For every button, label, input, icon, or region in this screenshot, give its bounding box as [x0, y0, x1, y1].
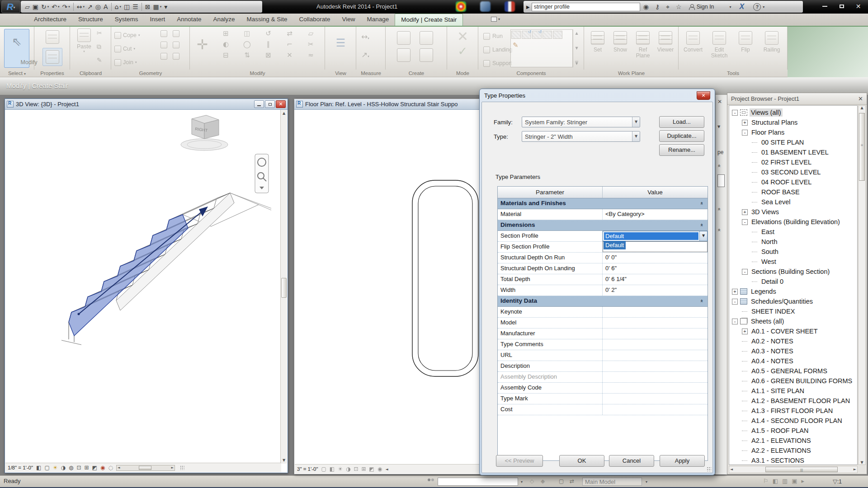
tree-expander[interactable] — [752, 189, 758, 195]
crop-view-icon[interactable]: ⊡ — [77, 465, 81, 471]
section-profile-combobox[interactable]: Default▼ — [603, 231, 708, 241]
sun-path-icon[interactable]: ☀ — [338, 466, 343, 472]
palette-close-icon[interactable]: ✕ — [717, 99, 722, 105]
tool-button[interactable]: Convert — [683, 31, 703, 53]
tree-item[interactable]: + Legends — [729, 286, 857, 296]
geometry-button[interactable]: Cut ▾ — [114, 44, 135, 54]
selection-filter[interactable]: ▽:1 — [833, 478, 842, 485]
trim-icon[interactable]: ⌐ — [281, 40, 298, 48]
group-collapse-icon[interactable]: « — [698, 299, 704, 302]
worksharing-display-icon[interactable]: ◌ — [108, 465, 113, 471]
parameter-row[interactable]: Assembly Description« ▼ — [498, 372, 708, 383]
open-dropdown-list[interactable]: Default — [603, 241, 708, 252]
tree-expander[interactable]: - — [742, 219, 748, 225]
pin-icon[interactable]: ⊟ — [217, 51, 234, 59]
cut-clipboard-icon[interactable]: ✂ — [97, 29, 102, 37]
column-header-value[interactable]: Value — [603, 187, 708, 198]
tree-item[interactable]: ROOF BASE — [729, 187, 857, 197]
scale-icon[interactable]: ◐ — [217, 40, 234, 48]
restore-button[interactable] — [835, 2, 848, 11]
dialog-resize-grip[interactable] — [707, 467, 711, 471]
parameter-row[interactable]: Manufacturer« ▼ — [498, 328, 708, 339]
preview-button[interactable]: << Preview — [496, 455, 543, 467]
tree-item[interactable]: A1.2 - BASEMENT FLOOR PLAN — [729, 396, 857, 406]
view3d-canvas[interactable]: RIGHT — [5, 110, 281, 464]
work-plane-button[interactable]: Ref Plane — [632, 31, 653, 59]
search-icon[interactable]: ◉ — [643, 1, 649, 12]
work-plane-button[interactable]: Show — [610, 31, 631, 53]
tree-expander[interactable] — [742, 388, 748, 394]
cancel-button[interactable]: Cancel — [609, 455, 654, 467]
tree-item[interactable]: A3.1 - SECTIONS — [729, 455, 857, 465]
detail-level-icon[interactable]: ◧ — [36, 465, 41, 471]
parameter-row[interactable]: URL« ▼ — [498, 350, 708, 361]
paste-button[interactable]: Paste ▾ — [74, 28, 94, 53]
aligned-dimension-icon[interactable]: ↗ — [86, 2, 94, 12]
project-browser-close-icon[interactable]: ✕ — [858, 95, 863, 102]
type-combobox[interactable]: Stringer - 2" Width ▼ — [522, 131, 640, 142]
parameter-row[interactable]: Total Depth« 0' 6 1/4" 0' 6 1/4"▼ 0' 6 1… — [498, 274, 708, 285]
tree-expander[interactable]: + — [732, 289, 738, 295]
tree-item[interactable]: - Elevations (Building Elevation) — [729, 217, 857, 227]
parameter-row[interactable]: Flip Section Profile« Default Default▼ D… — [498, 242, 708, 253]
tree-item[interactable]: North — [729, 237, 857, 247]
visual-style-icon[interactable]: ◧ — [330, 466, 335, 472]
redo-icon[interactable]: ↷▾ — [61, 2, 71, 12]
parameter-row[interactable]: Dimensions« ▼ — [498, 220, 708, 231]
close-inactive-windows-icon[interactable]: ⊠ — [144, 2, 152, 12]
application-menu-button[interactable]: R▾ — [1, 0, 20, 13]
combo-dropdown-icon[interactable]: ▼ — [699, 231, 707, 241]
ok-button[interactable]: OK — [559, 455, 604, 467]
sketch-pencil-icon[interactable]: ✎ — [513, 41, 519, 49]
view3d-close-button[interactable]: ✕ — [276, 100, 286, 108]
tree-expander[interactable] — [752, 259, 758, 265]
rotate-icon[interactable]: ↺ — [260, 29, 277, 38]
ribbon-tab[interactable]: Architecture — [28, 14, 72, 26]
parameter-row[interactable]: Material« <By Category> <By Category>▼ <… — [498, 209, 708, 220]
tree-item[interactable]: - Views (all) — [729, 108, 857, 117]
ribbon-tab[interactable]: Collaborate — [293, 14, 336, 26]
u-shape-winder-icon[interactable] — [553, 31, 562, 39]
tree-expander[interactable] — [752, 229, 758, 235]
column-header-parameter[interactable]: Parameter — [498, 187, 603, 198]
tree-expander[interactable] — [742, 358, 748, 364]
parameter-row[interactable]: Assembly Code« ▼ — [498, 383, 708, 394]
parameter-row[interactable]: Structural Depth On Landing« 0' 6" 0' 6"… — [498, 263, 708, 274]
tree-item[interactable]: A1.5 - ROOF PLAN — [729, 426, 857, 436]
tree-expander[interactable] — [752, 239, 758, 245]
tree-item[interactable]: Sea Level — [729, 197, 857, 207]
view3d-resize-grip[interactable] — [180, 465, 184, 470]
tree-item[interactable]: A0.3 - NOTES — [729, 346, 857, 356]
sync-with-central-icon[interactable]: ↻▾ — [40, 2, 50, 12]
temporary-hide-icon[interactable]: ◩ — [92, 465, 97, 471]
ribbon-tab[interactable]: Massing & Site — [241, 14, 293, 26]
copy-icon[interactable]: ⧉ — [97, 43, 101, 51]
tree-item[interactable]: 02 FIRST LEVEL — [729, 157, 857, 167]
create-assembly-icon[interactable] — [397, 48, 410, 62]
array-icon[interactable]: ▱ — [302, 29, 319, 38]
shadows-icon[interactable]: ◑ — [61, 465, 66, 471]
tree-item[interactable]: SHEET INDEX — [729, 306, 857, 316]
parameter-row[interactable]: Type Mark« ▼ — [498, 394, 708, 404]
tree-item[interactable]: + Structural Plans — [729, 117, 857, 127]
tree-item[interactable]: + 3D Views — [729, 207, 857, 217]
tool-button[interactable]: Edit Sketch — [709, 31, 730, 59]
component-option[interactable]: Run — [483, 31, 503, 41]
tree-expander[interactable] — [742, 368, 748, 374]
ribbon-tab[interactable]: Modify | Create Stair — [395, 14, 463, 26]
tree-expander[interactable] — [752, 249, 758, 255]
workset-caret-icon[interactable]: ▾ — [521, 480, 523, 484]
press-drag-icon[interactable]: ▣ — [792, 478, 797, 484]
project-browser-vertical-scrollbar[interactable]: ▲ ≡ ▼ — [858, 105, 866, 465]
tree-expander[interactable] — [752, 150, 758, 155]
geometry-button[interactable]: Join ▾ — [114, 57, 137, 67]
dialog-title-bar[interactable]: Type Properties ✕ — [480, 89, 715, 102]
tree-expander[interactable] — [742, 309, 748, 314]
tree-expander[interactable]: - — [742, 269, 748, 275]
load-button[interactable]: Load... — [659, 116, 704, 128]
shadows-icon[interactable]: ◑ — [346, 466, 350, 472]
cancel-mini-icon[interactable]: ✕ — [281, 51, 298, 59]
tree-item[interactable]: - Floor Plans — [729, 127, 857, 137]
select-toggle-icon[interactable]: ▸ — [802, 478, 805, 484]
tree-expander[interactable] — [742, 408, 748, 414]
